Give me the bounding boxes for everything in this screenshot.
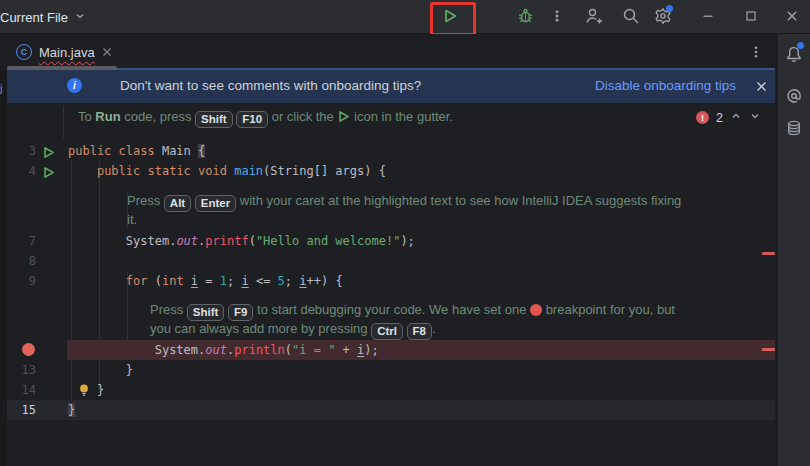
code-line-13: 13 } <box>7 360 775 380</box>
chevron-down-icon <box>74 10 86 25</box>
database-icon[interactable] <box>784 118 804 138</box>
code-text[interactable]: for (int i = 1; i <= 5; i++) { <box>68 271 343 291</box>
line-number[interactable]: 15 <box>7 400 36 420</box>
inspections-widget[interactable]: ! 2 <box>696 110 761 125</box>
tab-main-java[interactable]: C Main.java <box>8 34 120 70</box>
code-line-8: 8 <box>7 251 775 271</box>
tip-text: or click the <box>268 109 337 124</box>
debug-icon <box>516 6 535 28</box>
maximize-button[interactable] <box>740 6 762 28</box>
ai-assistant-icon[interactable] <box>784 86 804 106</box>
disable-onboarding-tips-link[interactable]: Disable onboarding tips <box>595 78 736 93</box>
code-text[interactable]: } <box>68 360 133 380</box>
line-number[interactable]: 7 <box>7 231 36 251</box>
chevron-up-icon[interactable] <box>730 110 742 125</box>
token-brhl: { <box>198 144 205 158</box>
line-number[interactable]: 4 <box>7 161 36 181</box>
token-plain: ); <box>364 343 378 357</box>
chevron-down-icon[interactable] <box>749 110 761 125</box>
token-plain <box>68 164 97 178</box>
collaborate-icon <box>584 6 604 29</box>
code-text[interactable]: System.out.println("i = " + i); <box>68 340 379 360</box>
cropped-label-fragment: oj <box>0 82 3 94</box>
editor-area[interactable]: ! 2 To Run code, press Shift F10 or clic… <box>7 103 775 466</box>
more-button[interactable] <box>546 6 568 28</box>
more-icon <box>549 8 565 27</box>
notification-dot <box>797 42 804 49</box>
line-number[interactable]: 14 <box>7 380 36 400</box>
key-chip: Enter <box>195 195 236 212</box>
code-line-14: 14 } <box>7 380 775 400</box>
code-text[interactable]: public static void main(String[] args) { <box>68 161 386 181</box>
title-bar: Current File <box>0 0 810 34</box>
token-und: i <box>241 274 248 288</box>
tip-text: you can always add more by pressing <box>150 321 371 336</box>
tip-text: Press <box>150 302 187 317</box>
error-badge: ! <box>696 111 709 124</box>
breakpoint-icon[interactable] <box>22 343 35 356</box>
token-plain <box>184 274 191 288</box>
search-icon <box>621 6 641 29</box>
code-with-me-button[interactable] <box>583 6 605 28</box>
settings-notification-dot <box>666 5 673 12</box>
code-text[interactable]: } <box>68 380 104 400</box>
tip-text: icon in the gutter. <box>350 109 453 124</box>
token-field: out <box>205 343 227 357</box>
key-chip: Ctrl <box>371 323 403 340</box>
key-chip: Shift <box>195 111 233 128</box>
line-number[interactable]: 3 <box>7 141 36 161</box>
token-err: println <box>234 343 285 357</box>
code-text[interactable]: System.out.printf("Hello and welcome!"); <box>68 231 415 251</box>
onboarding-banner: i Don't want to see comments with onboar… <box>7 68 775 103</box>
left-edge-strip: oj <box>0 70 7 466</box>
code-line-breakpoint: System.out.println("i = " + i); <box>7 340 775 360</box>
token-num: 5 <box>278 274 285 288</box>
key-chip: Alt <box>164 195 191 212</box>
line-number[interactable]: 8 <box>7 251 36 271</box>
close-button[interactable] <box>781 6 803 28</box>
run-icon <box>337 109 350 128</box>
tab-close-icon[interactable] <box>102 43 112 61</box>
token-plain: ( <box>285 343 292 357</box>
banner-close-icon[interactable] <box>755 79 768 97</box>
debug-button[interactable] <box>514 6 536 28</box>
tip-text: Run <box>95 109 120 124</box>
line-number[interactable]: 13 <box>7 360 36 380</box>
maximize-icon <box>744 9 758 26</box>
code-line-9: 9 for (int i = 1; i <= 5; i++) { <box>7 271 775 291</box>
token-num: 1 <box>220 274 227 288</box>
token-plain: System. <box>68 343 205 357</box>
run-button[interactable] <box>439 6 461 28</box>
onboarding-tip-run: To Run code, press Shift F10 or click th… <box>78 107 453 126</box>
code-line-15: 15} <box>7 400 775 420</box>
gutter-run-icon[interactable] <box>42 165 55 178</box>
token-plain: } <box>68 363 133 377</box>
search-button[interactable] <box>620 6 642 28</box>
line-number[interactable]: 9 <box>7 271 36 291</box>
code-text[interactable]: public class Main { <box>68 141 205 161</box>
tab-more-icon[interactable] <box>748 44 764 64</box>
code-line-4: 4 public static void main(String[] args)… <box>7 161 775 181</box>
tip-line: it. <box>127 210 681 229</box>
tip-line: To Run code, press Shift F10 or click th… <box>78 107 453 126</box>
minimize-button[interactable] <box>697 6 719 28</box>
token-plain: System. <box>68 234 176 248</box>
key-chip: F10 <box>236 111 268 128</box>
breakpoint-icon <box>530 304 542 316</box>
run-icon <box>440 6 460 29</box>
tip-text: breakpoint for you, but <box>542 302 675 317</box>
horizontal-scrollbar-thumb[interactable] <box>7 66 117 70</box>
code-text[interactable]: } <box>68 400 75 420</box>
notifications-bell-icon[interactable] <box>784 44 804 64</box>
token-method: main <box>234 164 263 178</box>
settings-button[interactable] <box>652 6 674 28</box>
error-stripe-mark[interactable] <box>762 348 775 351</box>
indent-guide <box>63 106 64 138</box>
token-plain: + <box>335 343 357 357</box>
error-stripe-mark[interactable] <box>762 252 775 255</box>
code-line-7: 7 System.out.printf("Hello and welcome!"… <box>7 231 775 251</box>
run-config-selector[interactable]: Current File <box>0 0 86 34</box>
token-und: i <box>299 274 306 288</box>
tip-line: you can always add more by pressing Ctrl… <box>150 319 675 338</box>
gutter-run-icon[interactable] <box>42 145 55 158</box>
